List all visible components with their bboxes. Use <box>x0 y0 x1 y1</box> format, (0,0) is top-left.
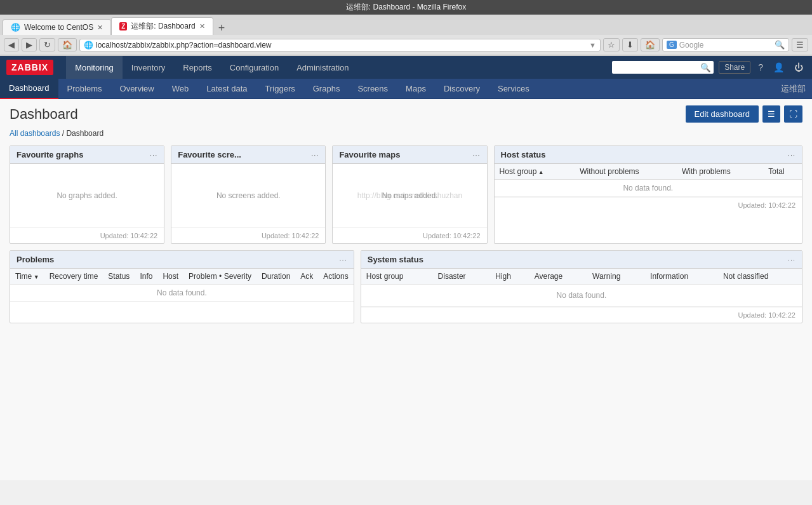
bookmark-button[interactable]: ☆ <box>603 38 620 51</box>
sec-nav-right-label: 运维部 <box>781 83 812 95</box>
favourite-graphs-menu-button[interactable]: ··· <box>150 151 157 159</box>
host-status-table: Host group Without problems With problem… <box>495 164 802 197</box>
host-status-col-with: With problems <box>677 164 763 180</box>
global-search-button[interactable]: 🔍 <box>700 63 711 72</box>
nav-monitoring[interactable]: Monitoring <box>66 56 123 79</box>
new-tab-button[interactable]: + <box>213 22 230 35</box>
dashboard-header-buttons: Edit dashboard ☰ ⛶ <box>686 105 802 123</box>
tab-label-1: Welcome to CentOS <box>24 23 93 32</box>
search-submit-icon[interactable]: 🔍 <box>775 40 785 50</box>
share-button[interactable]: Share <box>719 61 750 74</box>
breadcrumb-current: Dashboard <box>66 129 103 138</box>
menu-button[interactable]: ☰ <box>792 38 808 51</box>
zabbix-app: ZABBIX Monitoring Inventory Reports Conf… <box>0 56 812 480</box>
problems-col-recovery: Recovery time <box>44 269 103 285</box>
edit-dashboard-button[interactable]: Edit dashboard <box>686 105 759 123</box>
problems-col-host: Host <box>157 269 183 285</box>
url-bar[interactable]: 🌐 localhost/zabbix/zabbix.php?action=das… <box>79 39 601 51</box>
secnav-problems[interactable]: Problems <box>58 79 111 99</box>
bottom-widget-row: Problems ··· Time Recovery time Status I… <box>10 250 802 323</box>
secnav-services[interactable]: Services <box>489 79 538 99</box>
top-widget-row: Favourite graphs ··· No graphs added. Up… <box>10 145 802 244</box>
tab-favicon-1: 🌐 <box>11 23 20 32</box>
url-lock-icon: ▼ <box>589 41 596 49</box>
host-status-header: Host status ··· <box>495 146 802 164</box>
back-button[interactable]: ◀ <box>4 38 19 51</box>
system-status-col-not-classified: Not classified <box>718 269 802 285</box>
secnav-web[interactable]: Web <box>163 79 198 99</box>
system-status-col-high: High <box>490 269 529 285</box>
breadcrumb: All dashboards / Dashboard <box>10 129 802 138</box>
system-status-no-data-row: No data found. <box>361 285 802 307</box>
system-status-updated: Updated: 10:42:22 <box>361 307 802 323</box>
problems-header: Problems ··· <box>10 251 354 269</box>
host-status-menu-button[interactable]: ··· <box>788 151 795 159</box>
system-status-menu-button[interactable]: ··· <box>788 256 795 264</box>
page-title: Dashboard <box>10 106 78 123</box>
search-placeholder: Google <box>679 41 704 50</box>
nav-administration[interactable]: Administration <box>288 56 357 79</box>
problems-table: Time Recovery time Status Info Host Prob… <box>10 269 354 302</box>
favourite-maps-menu-button[interactable]: ··· <box>472 151 480 159</box>
problems-header-row: Time Recovery time Status Info Host Prob… <box>10 269 354 285</box>
dashboard-list-button[interactable]: ☰ <box>762 105 780 123</box>
logout-icon-button[interactable]: ⏻ <box>792 60 806 75</box>
browser-toolbar: ◀ ▶ ↻ 🏠 🌐 localhost/zabbix/zabbix.php?ac… <box>0 35 812 55</box>
problems-no-data-row: No data found. <box>10 285 354 302</box>
tab-close-1[interactable]: ✕ <box>97 24 103 32</box>
dashboard-fullscreen-button[interactable]: ⛶ <box>784 105 802 123</box>
tab-label-2: 运维部: Dashboard <box>131 21 195 32</box>
system-status-widget: System status ··· Host group Disaster Hi… <box>361 250 802 323</box>
host-status-col-group[interactable]: Host group <box>495 164 575 180</box>
favourite-maps-header: Favourite maps ··· <box>333 146 486 164</box>
secnav-triggers[interactable]: Triggers <box>256 79 304 99</box>
nav-configuration[interactable]: Configuration <box>221 56 288 79</box>
help-icon-button[interactable]: ? <box>755 60 766 75</box>
problems-menu-button[interactable]: ··· <box>340 256 347 264</box>
browser-tab-1[interactable]: 🌐 Welcome to CentOS ✕ <box>3 19 111 35</box>
browser-titlebar: 运维部: Dashboard - Mozilla Firefox <box>0 0 812 15</box>
nav-inventory[interactable]: Inventory <box>123 56 174 79</box>
download-button[interactable]: ⬇ <box>622 38 638 51</box>
problems-col-duration: Duration <box>256 269 295 285</box>
global-search-input[interactable] <box>612 61 714 74</box>
secnav-discovery[interactable]: Discovery <box>435 79 489 99</box>
system-status-col-group[interactable]: Host group <box>361 269 433 285</box>
refresh-button[interactable]: ↻ <box>39 38 55 51</box>
problems-col-problem: Problem • Severity <box>183 269 256 285</box>
home-btn2[interactable]: 🏠 <box>641 38 660 51</box>
secnav-graphs[interactable]: Graphs <box>304 79 349 99</box>
browser-tab-2[interactable]: Z 运维部: Dashboard ✕ <box>111 17 213 35</box>
nav-reports[interactable]: Reports <box>174 56 221 79</box>
favourite-graphs-updated: Updated: 10:42:22 <box>10 227 164 243</box>
tab-favicon-2: Z <box>119 22 127 30</box>
secnav-overview[interactable]: Overview <box>111 79 163 99</box>
secnav-latest-data[interactable]: Latest data <box>197 79 256 99</box>
host-status-updated: Updated: 10:42:22 <box>495 197 802 213</box>
favourite-maps-widget: Favourite maps ··· No maps added. http:/… <box>332 145 487 244</box>
problems-col-time[interactable]: Time <box>10 269 44 285</box>
search-bar[interactable]: G Google 🔍 <box>662 38 789 51</box>
breadcrumb-all-dashboards[interactable]: All dashboards <box>10 129 60 138</box>
home-button[interactable]: 🏠 <box>58 38 77 51</box>
host-status-header-row: Host group Without problems With problem… <box>495 164 802 180</box>
google-search-icon: G <box>667 41 677 49</box>
problems-col-info: Info <box>135 269 157 285</box>
problems-widget: Problems ··· Time Recovery time Status I… <box>10 250 354 323</box>
secnav-screens[interactable]: Screens <box>349 79 397 99</box>
problems-col-actions: Actions <box>318 269 353 285</box>
browser-chrome: 运维部: Dashboard - Mozilla Firefox 🌐 Welco… <box>0 0 812 56</box>
favourite-screens-menu-button[interactable]: ··· <box>311 151 319 159</box>
watermark: http://blog.csdn.net/xinshuzhan <box>357 191 462 200</box>
secnav-dashboard[interactable]: Dashboard <box>0 79 58 99</box>
system-status-col-average: Average <box>529 269 587 285</box>
forward-button[interactable]: ▶ <box>22 38 37 51</box>
tab-close-2[interactable]: ✕ <box>199 22 205 30</box>
favourite-graphs-no-data: No graphs added. <box>17 170 157 221</box>
user-icon-button[interactable]: 👤 <box>771 60 787 75</box>
host-status-no-data-row: No data found. <box>495 180 802 197</box>
favourite-graphs-title: Favourite graphs <box>17 150 83 159</box>
favourite-maps-updated: Updated: 10:42:22 <box>333 227 486 243</box>
secnav-maps[interactable]: Maps <box>397 79 435 99</box>
host-status-widget: Host status ··· Host group Without probl… <box>494 145 802 244</box>
